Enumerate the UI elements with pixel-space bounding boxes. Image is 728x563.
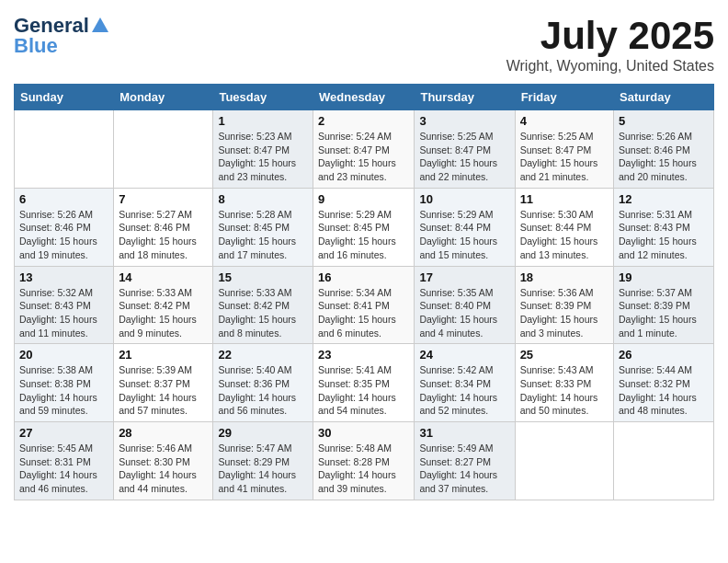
day-number: 2	[318, 114, 409, 128]
day-info: Sunrise: 5:33 AMSunset: 8:42 PMDaylight:…	[119, 286, 208, 340]
day-info: Sunrise: 5:41 AMSunset: 8:35 PMDaylight:…	[318, 363, 409, 418]
day-info: Sunrise: 5:45 AMSunset: 8:31 PMDaylight:…	[19, 442, 108, 496]
calendar-cell: 5 Sunrise: 5:26 AMSunset: 8:46 PMDayligh…	[614, 110, 714, 189]
day-info: Sunrise: 5:48 AMSunset: 8:28 PMDaylight:…	[318, 442, 409, 496]
calendar-cell: 20 Sunrise: 5:38 AMSunset: 8:38 PMDaylig…	[15, 344, 114, 422]
calendar-cell	[15, 110, 114, 189]
day-info: Sunrise: 5:47 AMSunset: 8:29 PMDaylight:…	[218, 442, 308, 496]
calendar-cell: 1 Sunrise: 5:23 AMSunset: 8:47 PMDayligh…	[213, 110, 313, 189]
day-number: 26	[619, 348, 709, 362]
calendar-cell	[614, 422, 714, 500]
day-info: Sunrise: 5:26 AMSunset: 8:46 PMDaylight:…	[19, 208, 108, 262]
day-info: Sunrise: 5:44 AMSunset: 8:32 PMDaylight:…	[619, 363, 709, 418]
day-number: 6	[19, 192, 108, 206]
svg-marker-0	[92, 17, 108, 32]
logo: General Blue	[14, 14, 110, 58]
calendar-cell: 11 Sunrise: 5:30 AMSunset: 8:44 PMDaylig…	[515, 188, 613, 266]
day-number: 14	[119, 270, 208, 284]
day-number: 29	[218, 426, 308, 440]
calendar-cell: 12 Sunrise: 5:31 AMSunset: 8:43 PMDaylig…	[614, 188, 714, 266]
day-number: 31	[419, 426, 509, 440]
calendar-week-5: 27 Sunrise: 5:45 AMSunset: 8:31 PMDaylig…	[15, 422, 714, 500]
day-info: Sunrise: 5:49 AMSunset: 8:27 PMDaylight:…	[419, 442, 509, 496]
header-saturday: Saturday	[614, 85, 714, 110]
day-info: Sunrise: 5:29 AMSunset: 8:44 PMDaylight:…	[419, 208, 509, 262]
calendar-cell: 14 Sunrise: 5:33 AMSunset: 8:42 PMDaylig…	[114, 266, 213, 344]
title-area: July 2025 Wright, Wyoming, United States	[506, 14, 714, 75]
day-number: 15	[218, 270, 308, 284]
header-friday: Friday	[515, 85, 613, 110]
day-info: Sunrise: 5:26 AMSunset: 8:46 PMDaylight:…	[619, 130, 709, 184]
day-number: 25	[520, 348, 609, 362]
day-info: Sunrise: 5:36 AMSunset: 8:39 PMDaylight:…	[520, 286, 609, 340]
calendar-cell: 31 Sunrise: 5:49 AMSunset: 8:27 PMDaylig…	[415, 422, 515, 500]
calendar-cell: 26 Sunrise: 5:44 AMSunset: 8:32 PMDaylig…	[614, 344, 714, 422]
calendar-cell: 24 Sunrise: 5:42 AMSunset: 8:34 PMDaylig…	[415, 344, 515, 422]
day-number: 5	[619, 114, 709, 128]
calendar-cell: 22 Sunrise: 5:40 AMSunset: 8:36 PMDaylig…	[213, 344, 313, 422]
day-info: Sunrise: 5:30 AMSunset: 8:44 PMDaylight:…	[520, 208, 609, 262]
header-thursday: Thursday	[415, 85, 515, 110]
calendar-cell: 21 Sunrise: 5:39 AMSunset: 8:37 PMDaylig…	[114, 344, 213, 422]
header-tuesday: Tuesday	[213, 85, 313, 110]
location-title: Wright, Wyoming, United States	[506, 58, 714, 75]
day-info: Sunrise: 5:25 AMSunset: 8:47 PMDaylight:…	[520, 130, 609, 184]
logo-icon	[90, 16, 110, 36]
header-wednesday: Wednesday	[313, 85, 415, 110]
day-info: Sunrise: 5:39 AMSunset: 8:37 PMDaylight:…	[119, 363, 208, 418]
calendar-cell: 30 Sunrise: 5:48 AMSunset: 8:28 PMDaylig…	[313, 422, 415, 500]
day-number: 7	[119, 192, 208, 206]
calendar-cell: 16 Sunrise: 5:34 AMSunset: 8:41 PMDaylig…	[313, 266, 415, 344]
calendar-cell: 7 Sunrise: 5:27 AMSunset: 8:46 PMDayligh…	[114, 188, 213, 266]
calendar-cell: 3 Sunrise: 5:25 AMSunset: 8:47 PMDayligh…	[415, 110, 515, 189]
calendar-cell: 10 Sunrise: 5:29 AMSunset: 8:44 PMDaylig…	[415, 188, 515, 266]
day-info: Sunrise: 5:28 AMSunset: 8:45 PMDaylight:…	[218, 208, 308, 262]
day-info: Sunrise: 5:42 AMSunset: 8:34 PMDaylight:…	[419, 363, 509, 418]
calendar-cell: 13 Sunrise: 5:32 AMSunset: 8:43 PMDaylig…	[15, 266, 114, 344]
day-number: 8	[218, 192, 308, 206]
calendar-week-4: 20 Sunrise: 5:38 AMSunset: 8:38 PMDaylig…	[15, 344, 714, 422]
day-number: 11	[520, 192, 609, 206]
day-number: 20	[19, 348, 108, 362]
day-info: Sunrise: 5:23 AMSunset: 8:47 PMDaylight:…	[218, 130, 308, 184]
day-number: 21	[119, 348, 208, 362]
day-number: 9	[318, 192, 409, 206]
day-info: Sunrise: 5:29 AMSunset: 8:45 PMDaylight:…	[318, 208, 409, 262]
day-info: Sunrise: 5:35 AMSunset: 8:40 PMDaylight:…	[419, 286, 509, 340]
calendar-week-2: 6 Sunrise: 5:26 AMSunset: 8:46 PMDayligh…	[15, 188, 714, 266]
day-number: 22	[218, 348, 308, 362]
day-number: 17	[419, 270, 509, 284]
day-number: 12	[619, 192, 709, 206]
header-monday: Monday	[114, 85, 213, 110]
day-number: 27	[19, 426, 108, 440]
calendar-cell: 29 Sunrise: 5:47 AMSunset: 8:29 PMDaylig…	[213, 422, 313, 500]
calendar-week-1: 1 Sunrise: 5:23 AMSunset: 8:47 PMDayligh…	[15, 110, 714, 189]
day-number: 16	[318, 270, 409, 284]
day-number: 10	[419, 192, 509, 206]
header-sunday: Sunday	[15, 85, 114, 110]
day-info: Sunrise: 5:34 AMSunset: 8:41 PMDaylight:…	[318, 286, 409, 340]
day-info: Sunrise: 5:25 AMSunset: 8:47 PMDaylight:…	[419, 130, 509, 184]
day-info: Sunrise: 5:37 AMSunset: 8:39 PMDaylight:…	[619, 286, 709, 340]
calendar-cell: 25 Sunrise: 5:43 AMSunset: 8:33 PMDaylig…	[515, 344, 613, 422]
day-number: 1	[218, 114, 308, 128]
day-info: Sunrise: 5:33 AMSunset: 8:42 PMDaylight:…	[218, 286, 308, 340]
day-info: Sunrise: 5:40 AMSunset: 8:36 PMDaylight:…	[218, 363, 308, 418]
day-info: Sunrise: 5:27 AMSunset: 8:46 PMDaylight:…	[119, 208, 208, 262]
calendar-cell: 28 Sunrise: 5:46 AMSunset: 8:30 PMDaylig…	[114, 422, 213, 500]
weekday-header-row: Sunday Monday Tuesday Wednesday Thursday…	[15, 85, 714, 110]
calendar-cell: 4 Sunrise: 5:25 AMSunset: 8:47 PMDayligh…	[515, 110, 613, 189]
calendar-cell: 23 Sunrise: 5:41 AMSunset: 8:35 PMDaylig…	[313, 344, 415, 422]
calendar-cell: 2 Sunrise: 5:24 AMSunset: 8:47 PMDayligh…	[313, 110, 415, 189]
calendar-cell: 15 Sunrise: 5:33 AMSunset: 8:42 PMDaylig…	[213, 266, 313, 344]
day-info: Sunrise: 5:24 AMSunset: 8:47 PMDaylight:…	[318, 130, 409, 184]
day-number: 23	[318, 348, 409, 362]
calendar-cell: 8 Sunrise: 5:28 AMSunset: 8:45 PMDayligh…	[213, 188, 313, 266]
day-number: 3	[419, 114, 509, 128]
calendar-cell: 6 Sunrise: 5:26 AMSunset: 8:46 PMDayligh…	[15, 188, 114, 266]
day-number: 30	[318, 426, 409, 440]
month-title: July 2025	[506, 14, 714, 58]
day-number: 28	[119, 426, 208, 440]
calendar-cell: 18 Sunrise: 5:36 AMSunset: 8:39 PMDaylig…	[515, 266, 613, 344]
day-info: Sunrise: 5:32 AMSunset: 8:43 PMDaylight:…	[19, 286, 108, 340]
